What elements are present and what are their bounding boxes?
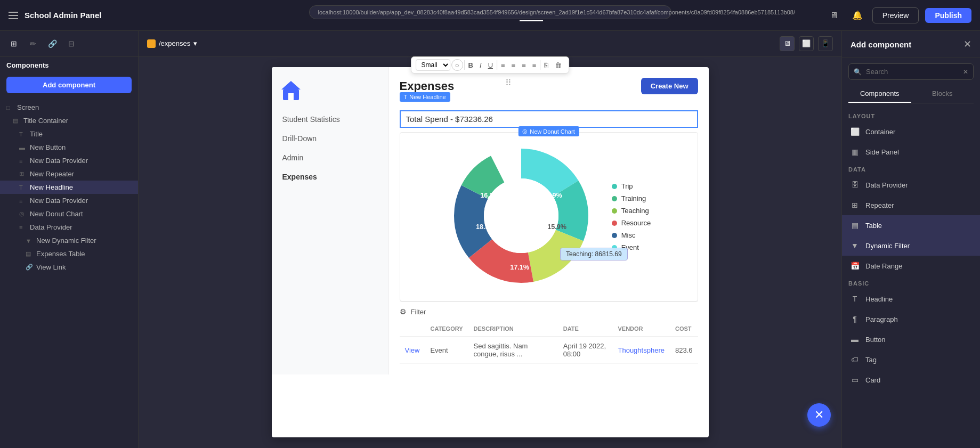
link-icon-tree: 🔗 (26, 264, 33, 271)
sidebar-icon-link[interactable]: 🔗 (45, 36, 60, 51)
fab-close-button[interactable]: ✕ (807, 403, 831, 427)
component-card[interactable]: ▭ Card (842, 370, 980, 390)
add-component-button[interactable]: Add component (6, 77, 132, 93)
chart-section: ◎ New Donut Chart (400, 132, 698, 302)
breadcrumb-chevron: ▾ (193, 39, 197, 47)
tree-dynamic-filter[interactable]: ▼ New Dynamic Filter (0, 234, 138, 247)
right-panel-header: Add component ✕ (842, 31, 980, 58)
hamburger-menu[interactable] (9, 12, 18, 19)
svg-text:14.9%: 14.9% (543, 192, 562, 199)
filter-icon: ⚙ (400, 307, 407, 316)
url-bar[interactable]: localhost:10000/builder/app/app_dev_0828… (309, 5, 671, 19)
component-date-range[interactable]: 📅 Date Range (842, 256, 980, 276)
col-header-action (400, 321, 425, 337)
app-title: School Admin Panel (25, 11, 101, 20)
legend-resource: Resource (612, 219, 651, 227)
component-side-panel[interactable]: ▥ Side Panel (842, 142, 980, 162)
desktop-view-button[interactable]: 🖥 (780, 36, 795, 51)
tree-new-headline[interactable]: T New Headline (0, 181, 138, 194)
component-tag[interactable]: 🏷 Tag (842, 349, 980, 370)
table-cell-category: Event (425, 337, 468, 364)
new-donut-chart-tooltip: ◎ New Donut Chart (518, 126, 579, 136)
format-delete-btn[interactable]: 🗑 (552, 60, 564, 71)
tree-expenses-table[interactable]: ▤ Expenses Table (0, 247, 138, 260)
format-color-btn[interactable]: ○ (451, 59, 463, 71)
legend-trip: Trip (612, 182, 651, 190)
format-align-center-btn[interactable]: ≡ (509, 60, 519, 71)
data-provider-icon-1: ≡ (19, 158, 27, 164)
chart-inner: 14.9% 15.9% 17.1% 18.3% 16.2% Teaching: … (409, 141, 689, 292)
data-provider-icon-3: ≡ (19, 224, 27, 231)
canvas-header: /expenses ▾ 🖥 ⬜ 📱 (139, 31, 841, 56)
card-icon: ▭ (849, 374, 860, 385)
create-new-button[interactable]: Create New (641, 78, 698, 94)
col-header-description: DESCRIPTION (468, 321, 558, 337)
format-bold-btn[interactable]: B (466, 60, 476, 71)
left-sidebar: ⊞ ✏ 🔗 ⊟ Components Add component □ Scree… (0, 31, 139, 448)
component-repeater[interactable]: ⊞ Repeater (842, 195, 980, 215)
tree-view-link[interactable]: 🔗 View Link (0, 260, 138, 274)
donut-icon-tooltip: ◎ (522, 128, 528, 135)
container-icon: ⬜ (849, 126, 860, 137)
tab-components[interactable]: Components (848, 85, 911, 103)
tree-data-provider-1[interactable]: ≡ New Data Provider (0, 154, 138, 167)
nav-student-statistics[interactable]: Student Statistics (272, 110, 388, 129)
tab-blocks[interactable]: Blocks (911, 85, 974, 103)
tree-repeater[interactable]: ⊞ New Repeater (0, 167, 138, 181)
format-align-justify-btn[interactable]: ≡ (530, 60, 539, 71)
legend-training-dot (612, 196, 617, 201)
nav-expenses[interactable]: Expenses (272, 167, 388, 186)
headline-icon: T (19, 184, 27, 191)
component-headline[interactable]: T Headline (842, 289, 980, 309)
sidebar-icon-layers[interactable]: ⊟ (64, 36, 79, 51)
right-panel-close-button[interactable]: ✕ (963, 38, 971, 50)
tree-data-provider-2[interactable]: ≡ New Data Provider (0, 194, 138, 207)
school-logo-icon (280, 80, 302, 101)
component-table[interactable]: ▤ Table (842, 215, 980, 235)
bell-icon[interactable]: 🔔 (849, 7, 866, 24)
legend-resource-dot (612, 221, 617, 226)
responsive-desktop-icon[interactable]: 🖥 (825, 7, 843, 24)
tree-donut-chart[interactable]: ◎ New Donut Chart (0, 207, 138, 221)
nav-admin[interactable]: Admin (272, 148, 388, 167)
preview-button[interactable]: Preview (872, 7, 919, 23)
tree-screen[interactable]: □ Screen (0, 101, 138, 114)
component-button[interactable]: ▬ Button (842, 329, 980, 349)
component-data-provider[interactable]: 🗄 Data Provider (842, 175, 980, 195)
svg-marker-1 (281, 81, 301, 89)
teaching-tooltip: Teaching: 86815.69 (560, 248, 628, 260)
publish-button[interactable]: Publish (925, 8, 971, 23)
donut-chart-svg: 14.9% 15.9% 17.1% 18.3% 16.2% (447, 141, 596, 290)
format-italic-btn[interactable]: I (477, 60, 484, 71)
component-container[interactable]: ⬜ Container (842, 121, 980, 142)
format-underline-btn[interactable]: U (485, 60, 496, 71)
svg-text:16.2%: 16.2% (480, 192, 499, 199)
table-cell-view-link[interactable]: View (400, 337, 425, 364)
search-clear-icon[interactable]: ✕ (963, 68, 968, 76)
font-size-select[interactable]: Small (416, 59, 450, 71)
format-align-right-btn[interactable]: ≡ (519, 60, 529, 71)
search-input[interactable] (848, 63, 974, 80)
data-provider-icon-2: ≡ (19, 198, 27, 204)
view-controls: 🖥 ⬜ 📱 (780, 36, 833, 51)
tablet-view-button[interactable]: ⬜ (799, 36, 814, 51)
sidebar-icon-components[interactable]: ⊞ (6, 36, 21, 51)
sidebar-icon-edit[interactable]: ✏ (26, 36, 41, 51)
col-header-category: CATEGORY (425, 321, 468, 337)
format-align-left-btn[interactable]: ≡ (498, 60, 508, 71)
filter-bar: ⚙ Filter (400, 302, 698, 321)
tree-new-button[interactable]: ▬ New Button (0, 141, 138, 154)
format-copy-btn[interactable]: ⎘ (541, 60, 551, 71)
table-cell-cost: 823.6 (670, 337, 698, 364)
title-wrapper: Expenses T New Headline (400, 79, 455, 93)
canvas-frame: Student Statistics Drill-Down Admin Expe… (272, 67, 709, 437)
tree-title[interactable]: T Title (0, 127, 138, 141)
component-dynamic-filter[interactable]: ▼ Dynamic Filter (842, 235, 980, 256)
component-paragraph[interactable]: ¶ Paragraph (842, 309, 980, 329)
expenses-title: Expenses (400, 79, 455, 93)
mobile-view-button[interactable]: 📱 (818, 36, 833, 51)
tree-title-container[interactable]: ▤ Title Container (0, 114, 138, 127)
tree-data-provider-3[interactable]: ≡ Data Provider (0, 221, 138, 234)
nav-drill-down[interactable]: Drill-Down (272, 129, 388, 148)
new-headline-tooltip: T New Headline (400, 92, 450, 102)
